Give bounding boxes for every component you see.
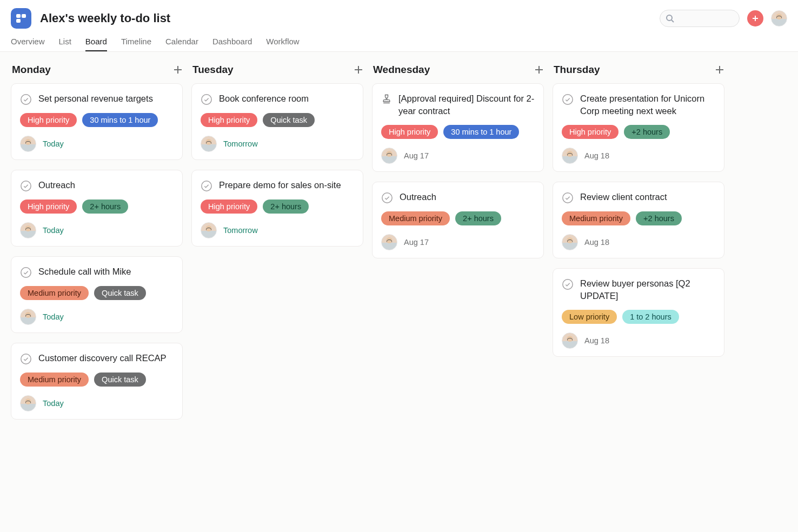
task-card[interactable]: Schedule call with MikeMedium priorityQu…: [11, 256, 183, 333]
task-title: Outreach: [400, 191, 436, 203]
task-title: Set personal revenue targets: [38, 92, 153, 105]
column-thursday: ThursdayCreate presentation for Unicorn …: [553, 62, 724, 357]
due-date: Aug 18: [584, 336, 609, 345]
assignee-avatar[interactable]: [20, 309, 36, 325]
column-title: Wednesday: [373, 64, 430, 76]
task-card[interactable]: OutreachHigh priority2+ hoursToday: [11, 170, 183, 247]
svg-point-20: [563, 95, 573, 104]
assignee-avatar[interactable]: [562, 234, 578, 250]
assignee-avatar[interactable]: [562, 148, 578, 164]
due-date: Today: [43, 312, 64, 321]
tag-pill: 1 to 2 hours: [622, 310, 679, 324]
task-title: Review buyer personas [Q2 UPDATE]: [580, 277, 715, 302]
tag-pill: 2+ hours: [263, 200, 309, 214]
task-card[interactable]: Review buyer personas [Q2 UPDATE]Low pri…: [553, 268, 724, 357]
svg-point-17: [382, 193, 392, 203]
assignee-avatar[interactable]: [20, 222, 36, 238]
search-wrapper: [660, 10, 740, 27]
tag-pill: High priority: [20, 113, 77, 127]
tab-list[interactable]: List: [59, 37, 71, 51]
svg-point-13: [202, 181, 211, 191]
tag-pill: High priority: [562, 125, 619, 139]
svg-point-21: [563, 193, 573, 203]
app-icon[interactable]: [11, 8, 31, 29]
task-title: Review client contract: [580, 191, 667, 203]
tab-dashboard[interactable]: Dashboard: [212, 37, 252, 51]
task-title: Customer discovery call RECAP: [38, 352, 167, 364]
tag-pill: High priority: [381, 125, 438, 139]
tag-pill: 30 mins to 1 hour: [443, 125, 519, 139]
complete-task-icon[interactable]: [381, 192, 393, 204]
tabs-row: OverviewListBoardTimelineCalendarDashboa…: [0, 29, 798, 52]
tag-pill: +2 hours: [636, 211, 682, 225]
svg-point-6: [21, 95, 31, 104]
column-title: Tuesday: [192, 64, 234, 76]
tag-pill: High priority: [201, 200, 257, 214]
due-date: Today: [43, 139, 64, 148]
tab-timeline[interactable]: Timeline: [121, 37, 151, 51]
task-card[interactable]: Create presentation for Unicorn Corp mee…: [553, 83, 724, 172]
task-card[interactable]: Review client contractMedium priority+2 …: [553, 182, 724, 258]
assignee-avatar[interactable]: [381, 234, 397, 250]
add-task-icon[interactable]: [534, 65, 544, 75]
user-avatar[interactable]: [771, 10, 787, 26]
complete-task-icon[interactable]: [562, 94, 574, 105]
task-card[interactable]: Prepare demo for sales on-siteHigh prior…: [191, 170, 363, 247]
tag-pill: Medium priority: [381, 211, 450, 225]
column-title: Thursday: [554, 64, 600, 76]
task-title: Schedule call with Mike: [38, 265, 131, 278]
task-card[interactable]: Set personal revenue targetsHigh priorit…: [11, 83, 183, 160]
task-card[interactable]: Book conference roomHigh priorityQuick t…: [191, 83, 363, 160]
complete-task-icon[interactable]: [20, 353, 32, 365]
complete-task-icon[interactable]: [20, 267, 32, 278]
tag-pill: Low priority: [562, 310, 617, 324]
svg-point-0: [667, 15, 672, 21]
add-task-icon[interactable]: [715, 65, 724, 75]
task-title: [Approval required] Discount for 2-year …: [398, 92, 535, 117]
column-title: Monday: [12, 64, 51, 76]
complete-task-icon[interactable]: [201, 94, 212, 105]
svg-point-7: [21, 181, 31, 191]
svg-point-8: [21, 268, 31, 277]
add-task-icon[interactable]: [173, 65, 183, 75]
tag-pill: +2 hours: [624, 125, 670, 139]
task-title: Create presentation for Unicorn Corp mee…: [580, 92, 715, 117]
tag-pill: 30 mins to 1 hour: [82, 113, 158, 127]
complete-task-icon[interactable]: [562, 278, 574, 290]
task-title: Outreach: [38, 179, 75, 191]
tab-workflow[interactable]: Workflow: [266, 37, 299, 51]
create-button[interactable]: [747, 10, 763, 26]
complete-task-icon[interactable]: [562, 192, 574, 204]
column-tuesday: TuesdayBook conference roomHigh priority…: [191, 62, 363, 247]
tag-pill: Medium priority: [20, 373, 89, 387]
due-date: Today: [43, 399, 64, 408]
assignee-avatar[interactable]: [20, 395, 36, 411]
task-card[interactable]: [Approval required] Discount for 2-year …: [372, 83, 544, 172]
assignee-avatar[interactable]: [20, 136, 36, 152]
tab-overview[interactable]: Overview: [11, 37, 45, 51]
tag-pill: Quick task: [94, 286, 146, 300]
due-date: Today: [43, 226, 64, 235]
page-title: Alex's weekly to-do list: [40, 11, 170, 25]
tag-pill: Quick task: [94, 373, 146, 387]
tag-pill: Medium priority: [20, 286, 89, 300]
board: MondaySet personal revenue targetsHigh p…: [0, 52, 798, 532]
task-card[interactable]: OutreachMedium priority2+ hoursAug 17: [372, 182, 544, 258]
add-task-icon[interactable]: [354, 65, 363, 75]
tab-board[interactable]: Board: [85, 37, 107, 51]
complete-task-icon[interactable]: [20, 180, 32, 192]
tag-pill: 2+ hours: [455, 211, 501, 225]
assignee-avatar[interactable]: [562, 332, 578, 349]
assignee-avatar[interactable]: [201, 222, 217, 238]
assignee-avatar[interactable]: [201, 136, 217, 152]
task-card[interactable]: Customer discovery call RECAPMedium prio…: [11, 343, 183, 420]
tag-pill: High priority: [20, 200, 77, 214]
due-date: Aug 18: [584, 151, 609, 160]
tab-calendar[interactable]: Calendar: [165, 37, 198, 51]
search-icon: [666, 14, 674, 23]
complete-task-icon[interactable]: [20, 94, 32, 105]
complete-task-icon[interactable]: [201, 180, 212, 192]
approval-stamp-icon[interactable]: [381, 94, 392, 104]
assignee-avatar[interactable]: [381, 148, 397, 164]
svg-point-22: [563, 280, 573, 289]
